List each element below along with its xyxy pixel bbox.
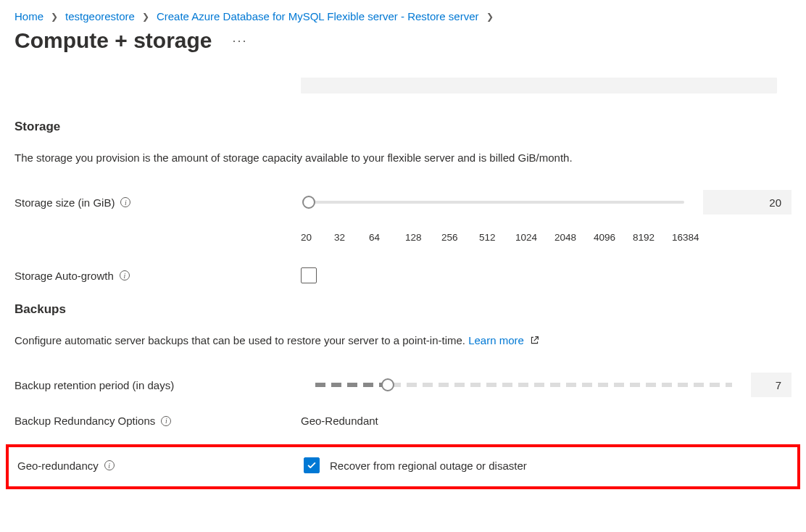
storage-size-slider[interactable] xyxy=(301,197,689,207)
storage-description: The storage you provision is the amount … xyxy=(14,150,792,165)
backup-redundancy-value: Geo-Redundant xyxy=(301,415,378,427)
chevron-right-icon: ❯ xyxy=(142,12,149,22)
breadcrumb-home[interactable]: Home xyxy=(14,10,43,22)
breadcrumb-resource[interactable]: testgeorestore xyxy=(65,10,135,22)
geo-redundancy-checkbox[interactable] xyxy=(304,457,320,473)
backups-learn-more-link[interactable]: Learn more xyxy=(468,334,539,346)
geo-redundancy-check-label: Recover from regional outage or disaster xyxy=(330,460,527,472)
more-icon[interactable]: ··· xyxy=(233,33,248,49)
info-icon[interactable]: i xyxy=(104,460,115,470)
breadcrumb: Home ❯ testgeorestore ❯ Create Azure Dat… xyxy=(14,10,792,22)
storage-autogrowth-checkbox[interactable] xyxy=(301,267,317,283)
backup-redundancy-label: Backup Redundancy Options xyxy=(14,415,155,427)
backups-heading: Backups xyxy=(14,302,792,317)
checkmark-icon xyxy=(307,460,317,470)
geo-redundancy-highlight: Geo-redundancy i Recover from regional o… xyxy=(6,444,800,489)
storage-autogrowth-label: Storage Auto-growth xyxy=(14,270,114,282)
chevron-right-icon: ❯ xyxy=(486,12,494,22)
backup-retention-input[interactable] xyxy=(751,373,792,397)
backup-retention-label: Backup retention period (in days) xyxy=(14,379,174,391)
page-title: Compute + storage xyxy=(14,28,212,53)
chevron-right-icon: ❯ xyxy=(51,12,58,22)
storage-size-label: Storage size (in GiB) xyxy=(14,196,115,209)
storage-size-ticks: 20 32 64 128 256 512 1024 2048 4096 8192… xyxy=(14,232,792,243)
backup-retention-slider[interactable] xyxy=(311,380,736,390)
storage-heading: Storage xyxy=(14,120,792,134)
info-icon[interactable]: i xyxy=(120,270,130,280)
geo-redundancy-label: Geo-redundancy xyxy=(17,460,99,472)
storage-size-input[interactable] xyxy=(703,190,792,215)
breadcrumb-create[interactable]: Create Azure Database for MySQL Flexible… xyxy=(157,10,479,22)
previous-row-peek xyxy=(14,82,792,98)
external-link-icon xyxy=(530,336,539,345)
backups-description: Configure automatic server backups that … xyxy=(14,333,792,348)
info-icon[interactable]: i xyxy=(161,416,171,426)
info-icon[interactable]: i xyxy=(120,197,130,207)
